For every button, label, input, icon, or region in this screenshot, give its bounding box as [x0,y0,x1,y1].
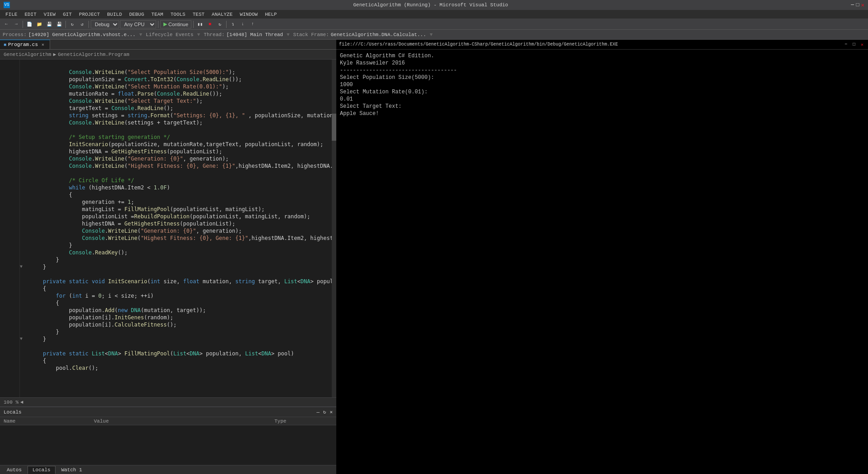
tab-locals[interactable]: Locals [28,466,56,474]
menu-project[interactable]: PROJECT [75,10,103,18]
locals-close-btn[interactable]: ✕ [330,409,333,415]
process-bar: Process: [14920] GeneticAlgorithm.vshost… [0,30,868,40]
main-area: ■ Program.cs ✕ GeneticAlgorithm ▶ Geneti… [0,40,868,474]
undo-btn[interactable]: ↻ [68,20,77,28]
line-numbers [0,60,20,397]
console-path: file:///C:/Users/rass/Documents/GeneticA… [339,42,843,47]
vertical-scrollbar[interactable] [332,60,336,397]
sep2: ▼ [197,32,200,37]
step-into-btn[interactable]: ↓ [238,20,247,28]
tab-watch1[interactable]: Watch 1 [56,466,87,474]
fold-column: ▼ ▼ [20,60,26,397]
console-window: file:///C:/Users/rass/Documents/GeneticA… [336,40,868,474]
menu-help[interactable]: HELP [261,10,280,18]
sep2 [65,21,66,28]
sep5 [193,21,194,28]
sep4 [158,21,158,28]
locals-panel: Locals — ↻ ✕ Name Value Type Autos Local… [0,406,336,474]
lifecycle-label: Lifecycle Events [146,32,194,37]
left-section: ■ Program.cs ✕ GeneticAlgorithm ▶ Geneti… [0,40,336,474]
scrollbar-thumb[interactable] [332,114,336,141]
title-text: GeneticAlgorithm (Running) - Microsoft V… [13,2,849,8]
console-maximize-btn[interactable]: □ [851,41,857,48]
sep1 [23,21,23,28]
locals-auto-btn[interactable]: ↻ [323,409,326,415]
save-btn[interactable]: 💾 [45,20,54,28]
menu-window[interactable]: WINDOW [236,10,261,18]
tab-bar: ■ Program.cs ✕ [0,40,336,50]
tab-program-cs[interactable]: ■ Program.cs ✕ [0,40,50,49]
debug-mode-dropdown[interactable]: Debug [91,20,119,28]
continue-label: Continue [168,22,188,27]
breadcrumb-right: GeneticAlgorithm.Program [58,52,129,57]
locals-tab-bar: Autos Locals Watch 1 [0,465,336,474]
menu-edit[interactable]: EDIT [21,10,40,18]
locals-column-header: Name Value Type [0,417,336,425]
locals-panel-header: Locals — ↻ ✕ [0,407,336,417]
breadcrumb: GeneticAlgorithm ▶ GeneticAlgorithm.Prog… [0,50,336,60]
sep3 [88,21,89,28]
zoom-level: 100 % [4,400,19,405]
save-all-btn[interactable]: 💾 [55,20,64,28]
menu-analyze[interactable]: ANALYZE [208,10,236,18]
locals-pin-btn[interactable]: — [316,410,320,415]
step-over-btn[interactable]: ↴ [228,20,237,28]
menu-bar: FILE EDIT VIEW GIT PROJECT BUILD DEBUG T… [0,10,868,19]
process-label: Process: [3,32,27,37]
scroll-indicator[interactable]: ◄ [20,400,23,405]
console-minimize-btn[interactable]: − [843,41,849,48]
redo-btn[interactable]: ↺ [78,20,87,28]
sep4: ▼ [430,32,433,37]
app-container: VS GeneticAlgorithm (Running) - Microsof… [0,0,868,474]
title-bar: VS GeneticAlgorithm (Running) - Microsof… [0,0,868,10]
menu-build[interactable]: BUILD [103,10,125,18]
tab-close-btn[interactable]: ✕ [40,41,46,48]
sep: ▼ [139,32,142,37]
breadcrumb-arrow: ▶ [53,51,56,57]
tab-autos[interactable]: Autos [2,466,27,474]
menu-git[interactable]: GIT [59,10,75,18]
menu-view[interactable]: VIEW [40,10,59,18]
stack-label: Stack Frame: [293,32,329,37]
menu-tools[interactable]: TOOLS [167,10,189,18]
code-editor[interactable]: ▼ ▼ Console.WriteLine("Select Population… [0,60,336,397]
thread-value: [14048] Main Thread [227,32,283,37]
sep6 [226,21,227,28]
col-name: Name [4,419,94,424]
new-file-btn[interactable]: 📄 [25,20,34,28]
console-title-bar: file:///C:/Users/rass/Documents/GeneticA… [336,40,868,50]
console-close-btn[interactable]: ✕ [859,41,865,48]
window-buttons: − □ ✕ [843,41,865,48]
pause-btn[interactable]: ▮▮ [195,20,204,28]
menu-team[interactable]: TEAM [148,10,167,18]
toolbar: ← → 📄 📁 💾 💾 ↻ ↺ Debug Any CPU ▶ Continue… [0,19,868,30]
code-content[interactable]: Console.WriteLine("Select Population Siz… [26,60,332,397]
vs-icon: VS [4,2,10,8]
menu-test[interactable]: TEST [189,10,208,18]
back-btn[interactable]: ← [2,20,11,28]
locals-content [0,425,336,465]
process-value: [14920] GeneticAlgorithm.vshost.e... [28,32,136,37]
restart-btn[interactable]: ↻ [215,20,224,28]
col-value: Value [94,419,274,424]
open-btn[interactable]: 📁 [35,20,44,28]
close-btn[interactable]: ✕ [861,2,864,9]
cpu-target-dropdown[interactable]: Any CPU [120,20,156,28]
menu-file[interactable]: FILE [2,10,21,18]
stop-btn[interactable]: ■ [205,20,214,28]
continue-button[interactable]: ▶ Continue [160,20,191,28]
sep3: ▼ [287,32,290,37]
minimize-btn[interactable]: − [850,1,854,9]
tab-label: Program.cs [8,42,38,47]
play-icon: ▶ [163,21,167,27]
file-icon: ■ [4,42,6,47]
forward-btn[interactable]: → [12,20,21,28]
col-type: Type [274,419,286,424]
maximize-btn[interactable]: □ [856,2,859,8]
stack-value: GeneticAlgorithm.DNA.Calculat... [331,32,426,37]
breadcrumb-left: GeneticAlgorithm [4,52,51,57]
locals-title: Locals [4,410,22,415]
menu-debug[interactable]: DEBUG [125,10,148,18]
thread-label: Thread: [204,32,224,37]
step-out-btn[interactable]: ↑ [248,20,257,28]
